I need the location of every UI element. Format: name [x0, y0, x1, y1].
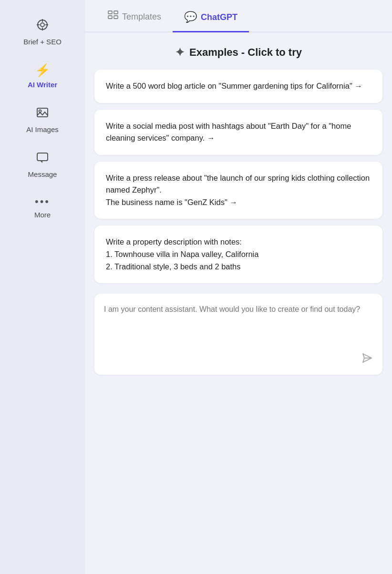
sidebar-item-message-label: Message [28, 170, 57, 178]
chatgpt-icon: 💬 [184, 11, 197, 23]
example-card-2[interactable]: Write a social media post with hashtags … [94, 110, 382, 155]
example-card-3-text: Write a press release about "the launch … [106, 174, 370, 206]
send-button[interactable] [361, 352, 373, 367]
main-content: Templates 💬 ChatGPT ✦ Examples - Click t… [85, 0, 392, 574]
sun-icon: ✦ [175, 46, 185, 59]
sidebar-item-message[interactable]: Message [0, 142, 85, 187]
svg-rect-10 [108, 11, 112, 14]
examples-heading-text: Examples - Click to try [189, 46, 302, 59]
example-card-1-text: Write a 500 word blog article on "Summer… [106, 82, 362, 90]
example-card-3[interactable]: Write a press release about "the launch … [94, 162, 382, 219]
example-card-4-text: Write a property description with notes:… [106, 237, 258, 270]
more-dots-icon: ••• [35, 195, 50, 208]
sidebar-item-ai-writer[interactable]: ⚡ AI Writer [0, 54, 85, 97]
example-card-4[interactable]: Write a property description with notes:… [94, 226, 382, 283]
chat-input-area [94, 294, 382, 375]
svg-rect-13 [114, 16, 118, 19]
sidebar-item-brief-seo-label: Brief + SEO [23, 38, 62, 46]
message-icon [36, 151, 49, 167]
templates-icon [108, 10, 118, 23]
sidebar-item-brief-seo[interactable]: Brief + SEO [0, 10, 85, 54]
svg-rect-8 [37, 153, 48, 161]
tabs-bar: Templates 💬 ChatGPT [85, 0, 392, 32]
sidebar: Brief + SEO ⚡ AI Writer AI Images Messag… [0, 0, 85, 574]
sidebar-item-ai-images-label: AI Images [26, 125, 59, 133]
tab-templates-label: Templates [122, 12, 161, 22]
sidebar-item-ai-writer-label: AI Writer [28, 81, 57, 89]
content-area: ✦ Examples - Click to try Write a 500 wo… [85, 32, 392, 574]
sidebar-item-more[interactable]: ••• More [0, 187, 85, 227]
tab-chatgpt[interactable]: 💬 ChatGPT [173, 0, 249, 32]
svg-point-1 [41, 23, 44, 27]
svg-rect-12 [108, 16, 112, 19]
crosshair-icon [36, 18, 49, 35]
lightning-icon: ⚡ [35, 63, 50, 78]
svg-marker-9 [40, 161, 42, 163]
sidebar-item-ai-images[interactable]: AI Images [0, 97, 85, 142]
sidebar-item-more-label: More [34, 211, 51, 219]
svg-rect-11 [114, 11, 118, 14]
chat-input[interactable] [104, 303, 373, 346]
examples-heading: ✦ Examples - Click to try [94, 46, 382, 59]
example-card-1[interactable]: Write a 500 word blog article on "Summer… [94, 70, 382, 103]
example-card-2-text: Write a social media post with hashtags … [106, 122, 351, 143]
image-icon [36, 106, 49, 123]
tab-chatgpt-label: ChatGPT [201, 12, 237, 22]
send-area [104, 352, 373, 367]
tab-templates[interactable]: Templates [96, 0, 173, 32]
